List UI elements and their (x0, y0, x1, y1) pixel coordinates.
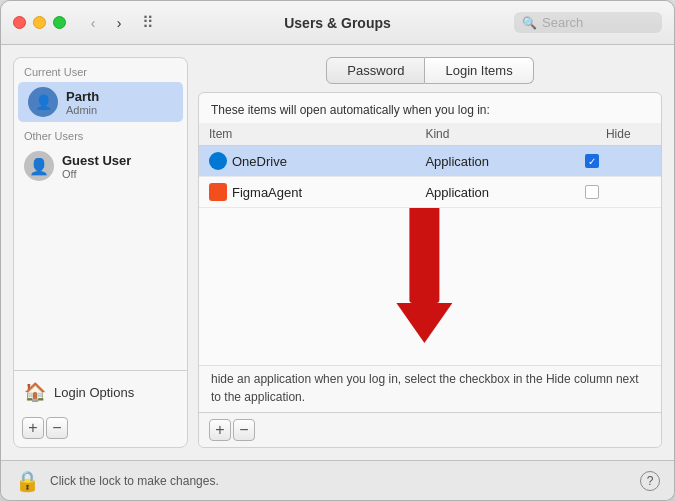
nav-arrows: ‹ › (82, 12, 130, 34)
arrow-overlay (396, 208, 452, 343)
figma-label: FigmaAgent (232, 185, 302, 200)
window-title: Users & Groups (284, 15, 391, 31)
items-table: Item Kind Hide OneDrive (199, 123, 661, 208)
main-content: Current User 👤 Parth Admin Other Users 👤… (1, 45, 674, 460)
checkbox-unchecked[interactable] (585, 185, 599, 199)
info-text-content: hide an application when you log in, sel… (211, 372, 639, 404)
col-header-kind: Kind (415, 123, 575, 146)
figma-hide-checkbox[interactable] (575, 177, 661, 208)
panel-remove-button[interactable]: − (233, 419, 255, 441)
grid-icon: ⠿ (142, 13, 154, 32)
table-row[interactable]: FigmaAgent Application (199, 177, 661, 208)
minimize-button[interactable] (33, 16, 46, 29)
close-button[interactable] (13, 16, 26, 29)
current-user-label: Current User (14, 58, 187, 82)
bottom-bar: 🔒 Click the lock to make changes. ? (1, 460, 674, 500)
right-panel: Password Login Items These items will op… (198, 57, 662, 448)
house-icon: 🏠 (24, 381, 46, 403)
sidebar-item-guest[interactable]: 👤 Guest User Off (14, 146, 187, 186)
other-users-label: Other Users (14, 122, 187, 146)
sidebar-remove-button[interactable]: − (46, 417, 68, 439)
search-placeholder: Search (542, 15, 583, 30)
tab-password[interactable]: Password (326, 57, 425, 84)
sidebar-item-parth[interactable]: 👤 Parth Admin (18, 82, 183, 122)
onedrive-label: OneDrive (232, 154, 287, 169)
avatar-parth: 👤 (28, 87, 58, 117)
avatar-guest: 👤 (24, 151, 54, 181)
search-bar[interactable]: 🔍 Search (514, 12, 662, 33)
empty-space (199, 208, 661, 365)
lock-text: Click the lock to make changes. (50, 474, 219, 488)
tab-bar: Password Login Items (198, 57, 662, 84)
maximize-button[interactable] (53, 16, 66, 29)
onedrive-kind: Application (415, 146, 575, 177)
help-button[interactable]: ? (640, 471, 660, 491)
login-options-label: Login Options (54, 385, 134, 400)
lock-icon[interactable]: 🔒 (15, 469, 40, 493)
item-name-cell: OneDrive (199, 146, 415, 177)
guest-status: Off (62, 168, 131, 180)
panel-controls: + − (199, 412, 661, 447)
traffic-lights (13, 16, 66, 29)
arrow-head (396, 303, 452, 343)
figma-icon (209, 183, 227, 201)
table-header-row: Item Kind Hide (199, 123, 661, 146)
login-options-item[interactable]: 🏠 Login Options (24, 377, 177, 407)
onedrive-hide-checkbox[interactable]: ✓ (575, 146, 661, 177)
figma-kind: Application (415, 177, 575, 208)
arrow-body (409, 208, 439, 303)
checkbox-checked[interactable]: ✓ (585, 154, 599, 168)
guest-name: Guest User (62, 153, 131, 168)
sidebar-add-button[interactable]: + (22, 417, 44, 439)
sidebar-bottom: 🏠 Login Options (14, 370, 187, 413)
forward-button[interactable]: › (108, 12, 130, 34)
figma-name-cell: FigmaAgent (199, 177, 415, 208)
onedrive-icon (209, 152, 227, 170)
col-header-item: Item (199, 123, 415, 146)
col-header-hide: Hide (575, 123, 661, 146)
sidebar: Current User 👤 Parth Admin Other Users 👤… (13, 57, 188, 448)
info-text: hide an application when you log in, sel… (199, 365, 661, 412)
table-row[interactable]: OneDrive Application ✓ (199, 146, 661, 177)
titlebar: ‹ › ⠿ Users & Groups 🔍 Search (1, 1, 674, 45)
table-wrapper: Item Kind Hide OneDrive (199, 123, 661, 365)
tab-login-items[interactable]: Login Items (425, 57, 533, 84)
panel-add-button[interactable]: + (209, 419, 231, 441)
parth-name: Parth (66, 89, 99, 104)
search-icon: 🔍 (522, 16, 537, 30)
panel-description: These items will open automatically when… (199, 93, 661, 123)
parth-role: Admin (66, 104, 99, 116)
panel-body: These items will open automatically when… (198, 92, 662, 448)
sidebar-controls: + − (14, 413, 187, 447)
window: ‹ › ⠿ Users & Groups 🔍 Search Current Us… (0, 0, 675, 501)
back-button[interactable]: ‹ (82, 12, 104, 34)
